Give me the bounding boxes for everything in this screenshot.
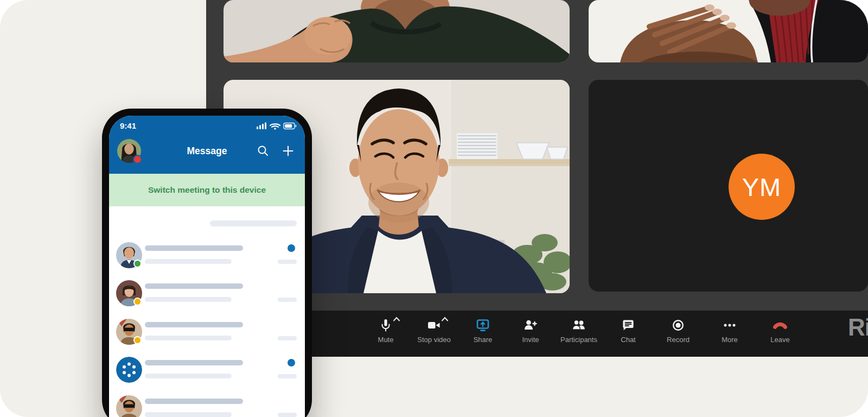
unread-dot — [288, 244, 295, 252]
team-avatar — [116, 357, 142, 383]
contact-avatar — [116, 395, 142, 417]
phone-hangup-icon — [773, 318, 788, 333]
mute-label: Mute — [378, 336, 394, 344]
participants-label: Participants — [560, 336, 597, 344]
chat-label: Chat — [621, 336, 635, 344]
record-button[interactable]: Record — [648, 311, 708, 357]
time-skeleton-pill — [278, 336, 297, 340]
message-skeleton-line — [145, 297, 232, 302]
message-skeleton-line — [145, 412, 232, 417]
invite-label: Invite — [522, 336, 539, 344]
mute-menu-chevron-icon[interactable] — [393, 317, 400, 321]
section-skeleton-line — [210, 220, 297, 226]
message-skeleton-line — [145, 259, 232, 264]
time-skeleton-pill — [278, 260, 297, 264]
initials-avatar: YM — [729, 154, 795, 220]
record-label: Record — [667, 336, 690, 344]
more-label: More — [722, 336, 738, 344]
marketing-canvas: YM Mute — [0, 0, 868, 417]
microphone-icon — [378, 318, 393, 333]
signal-bars-icon — [257, 123, 266, 130]
switch-meeting-banner-text: Switch meeting to this device — [148, 185, 266, 195]
conversation-list-item[interactable] — [109, 357, 305, 383]
name-skeleton-line — [145, 399, 243, 404]
battery-icon — [284, 123, 296, 129]
unread-dot — [288, 359, 295, 367]
leave-label: Leave — [770, 336, 789, 344]
phone-screen: 9:41 — [109, 116, 305, 417]
message-skeleton-line — [145, 374, 232, 378]
people-icon — [571, 318, 586, 333]
time-skeleton-pill — [278, 298, 297, 302]
brand-logo-partial: Ring — [848, 314, 868, 341]
record-icon — [671, 318, 686, 333]
app-header: 9:41 — [109, 116, 305, 174]
status-icons — [257, 122, 297, 130]
video-tile-initials: YM — [589, 80, 868, 292]
video-tile-participant-1 — [224, 0, 570, 62]
status-time: 9:41 — [120, 121, 136, 130]
video-tile-participant-2 — [589, 0, 868, 62]
presence-dot — [133, 260, 142, 268]
conversation-list-item[interactable] — [109, 395, 305, 417]
presence-dot — [133, 298, 142, 306]
conversation-list-item[interactable] — [109, 242, 305, 268]
participant-1-video — [224, 0, 570, 62]
phone-mockup: 9:41 — [102, 109, 312, 417]
more-dots-icon — [722, 318, 737, 333]
name-skeleton-line — [145, 245, 243, 251]
video-menu-chevron-icon[interactable] — [441, 317, 449, 321]
stop-video-label: Stop video — [417, 336, 450, 344]
participant-2-video — [589, 0, 868, 62]
page-title: Message — [109, 146, 305, 157]
share-label: Share — [474, 336, 493, 344]
video-camera-icon — [426, 318, 442, 333]
name-skeleton-line — [145, 322, 243, 327]
initials-text: YM — [742, 172, 782, 202]
time-skeleton-pill — [278, 374, 297, 378]
leave-button[interactable]: Leave — [750, 311, 810, 357]
wifi-icon — [270, 124, 280, 127]
presence-dot — [133, 336, 142, 344]
new-message-plus-icon[interactable] — [282, 144, 295, 157]
time-skeleton-pill — [278, 413, 297, 417]
person-add-icon — [523, 318, 538, 333]
search-icon[interactable] — [257, 144, 270, 157]
conversation-list-item[interactable] — [109, 280, 305, 306]
message-skeleton-line — [145, 336, 232, 340]
chat-bubble-icon — [621, 318, 636, 333]
name-skeleton-line — [145, 283, 243, 289]
switch-meeting-banner[interactable]: Switch meeting to this device — [109, 174, 305, 206]
name-skeleton-line — [145, 360, 243, 365]
share-screen-icon — [475, 318, 490, 333]
conversation-list-item[interactable] — [109, 319, 305, 345]
